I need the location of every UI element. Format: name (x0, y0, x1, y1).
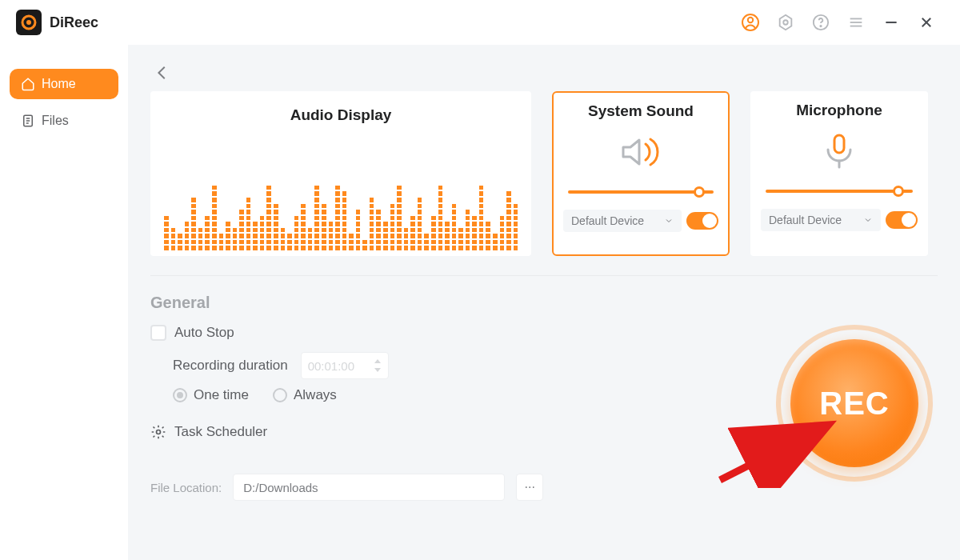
chevron-down-icon (863, 215, 873, 225)
back-button[interactable] (150, 61, 174, 85)
microphone-toggle[interactable] (886, 211, 918, 229)
sidebar-item-label: Home (42, 77, 76, 91)
microphone-icon (761, 127, 918, 175)
always-label: Always (294, 387, 337, 403)
sidebar-item-home[interactable]: Home (10, 69, 118, 99)
radio-icon (173, 388, 187, 402)
audio-display-title: Audio Display (161, 106, 521, 124)
system-sound-device-select[interactable]: Default Device (563, 210, 682, 232)
gear-icon (150, 424, 166, 440)
sidebar-item-files[interactable]: Files (10, 106, 118, 136)
menu-icon[interactable] (846, 13, 866, 32)
system-sound-card: System Sound Default Device (552, 91, 730, 256)
microphone-card: Microphone Default Device (750, 91, 928, 256)
audio-equalizer (161, 132, 521, 250)
always-radio[interactable]: Always (273, 387, 337, 403)
duration-input[interactable]: 00:01:00 (301, 352, 389, 379)
system-sound-toggle[interactable] (686, 212, 718, 230)
microphone-volume-slider[interactable] (766, 185, 913, 198)
files-icon (21, 114, 35, 128)
sidebar: Home Files (0, 45, 128, 560)
chevron-down-icon (664, 216, 674, 226)
duration-label: Recording duration (173, 358, 288, 374)
microphone-device-select[interactable]: Default Device (761, 209, 881, 231)
file-browse-button[interactable]: ··· (516, 474, 543, 501)
one-time-label: One time (194, 387, 249, 403)
svg-point-5 (783, 20, 788, 25)
svg-point-1 (26, 20, 31, 25)
system-sound-title: System Sound (563, 102, 718, 120)
minimize-button[interactable] (882, 13, 901, 32)
app-logo (16, 10, 42, 35)
main-panel: Audio Display System Sound (128, 45, 960, 560)
svg-marker-4 (780, 15, 792, 30)
help-icon[interactable] (811, 13, 830, 32)
audio-display-card: Audio Display (150, 91, 531, 256)
radio-icon (273, 388, 287, 402)
rec-button-wrap: REC (776, 325, 933, 482)
task-scheduler-label: Task Scheduler (174, 424, 267, 440)
account-icon[interactable] (741, 13, 760, 32)
one-time-radio[interactable]: One time (173, 387, 249, 403)
stepper-icon (374, 359, 382, 372)
auto-stop-checkbox[interactable] (150, 325, 166, 341)
svg-point-20 (157, 430, 161, 434)
microphone-device-label: Default Device (769, 214, 842, 226)
file-location-value: D:/Downloads (243, 481, 318, 494)
sidebar-item-label: Files (42, 114, 69, 128)
microphone-title: Microphone (761, 102, 918, 119)
general-heading: General (150, 294, 938, 312)
settings-icon[interactable] (776, 13, 795, 32)
divider (150, 275, 938, 276)
titlebar: DiReec (0, 0, 960, 45)
svg-point-3 (748, 18, 753, 22)
file-location-label: File Location: (150, 481, 222, 494)
speaker-icon (563, 128, 718, 176)
svg-rect-18 (834, 135, 844, 153)
file-location-row: File Location: D:/Downloads ··· (150, 474, 938, 501)
file-location-input[interactable]: D:/Downloads (233, 474, 505, 501)
duration-value: 00:01:00 (308, 359, 354, 373)
system-sound-volume-slider[interactable] (568, 186, 714, 198)
home-icon (21, 77, 35, 91)
system-sound-device-label: Default Device (571, 214, 644, 227)
close-button[interactable] (917, 13, 936, 32)
app-name: DiReec (50, 14, 98, 31)
svg-point-7 (820, 26, 821, 26)
auto-stop-label: Auto Stop (174, 325, 234, 341)
